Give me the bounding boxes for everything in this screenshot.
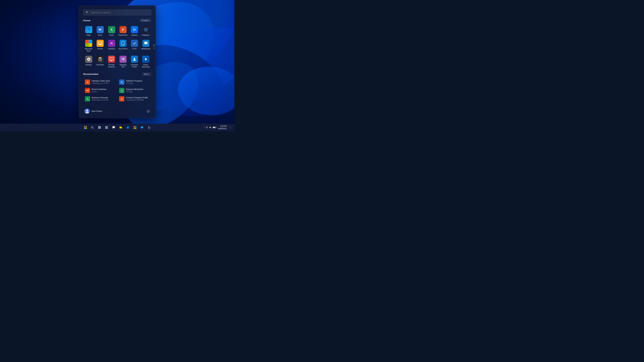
rec-brand-guidelines[interactable]: PDF Brand Guidelines 2h ago [83,86,117,94]
app-fabrikam[interactable]: Fabrikam [140,24,151,37]
more-chevron: › [149,73,150,75]
onenote-label: OneNote [108,48,115,50]
volume-icon [209,126,212,129]
rec-info-6: Contoso Company Profile Yesterday at 10:… [126,96,148,101]
svg-rect-28 [106,126,107,128]
app-yourphone[interactable]: Your Phone [118,38,128,53]
rec-time-4: 12h ago [126,91,143,92]
svg-rect-6 [99,58,101,58]
app-onenote[interactable]: N OneNote [106,38,117,53]
settings-label: Settings [86,64,92,66]
recommended-section-header: Recommended More › [83,72,151,76]
rec-fabrikam-proposal[interactable]: W Fabrikam Proposal 17m ago [118,78,151,86]
app-whiteboard[interactable]: Whiteboard [140,38,151,53]
calculator-label: Calculator [96,64,104,66]
rec-time-5: Yesterday at 4:24 PM [92,99,108,101]
taskbar: ^ [0,124,234,131]
rec-time-3: 2h ago [92,91,106,92]
taskbar-widgets[interactable] [103,124,110,131]
system-tray: ^ [204,126,216,129]
app-edge[interactable]: Edge [83,24,94,37]
whiteboard-label: Whiteboard [141,48,150,50]
outlook-label: Outlook [132,34,138,36]
taskbar-teams[interactable] [146,124,152,131]
rec-pdf-icon: PDF [85,88,90,93]
app-photos[interactable]: Photos [95,38,106,53]
taskbar-mail[interactable] [139,124,145,131]
rec-excel-icon-2: X [85,96,90,101]
svg-point-7 [99,59,100,59]
taskbar-fileexplorer[interactable] [118,124,124,131]
rec-name-2: Fabrikam Proposal [126,80,142,82]
rec-info-5: Business Overview Yesterday at 4:24 PM [92,96,108,101]
rec-excel-icon: X [119,88,124,93]
powerpoint-label: PowerPoint [118,34,127,36]
chevron-up-icon[interactable]: ^ [204,126,205,129]
pinned-section-header: Pinned All apps › [83,19,151,22]
more-label: More [144,73,148,75]
powerautomate-label: Power Automate [141,64,150,68]
recommended-grid: P Fabrikam Sales Deck Yesterday at 1:15 … [83,78,151,103]
start-menu-overlay: 🔍 Pinned All apps › [0,0,234,124]
powerautomate-icon [142,56,150,63]
dot-1 [154,45,154,45]
power-button[interactable] [146,108,151,114]
rec-name-3: Brand Guidelines [92,88,106,90]
svg-point-9 [100,59,101,59]
app-excel[interactable]: X Excel [106,24,117,37]
svg-rect-15 [110,61,113,61]
rec-fabrikam-sales[interactable]: P Fabrikam Sales Deck Yesterday at 1:15 … [83,78,117,86]
app-companyportal[interactable]: Company Portal [129,54,140,69]
notification-chevron[interactable]: ^ [2,126,4,129]
taskbar-left: ^ [2,126,4,129]
taskbar-right: ^ 2:30 PM 10/20/2021 [204,125,232,130]
all-apps-label: All apps [141,19,148,21]
more-button[interactable]: More › [142,72,151,76]
svg-rect-26 [98,128,100,129]
rec-expense-worksheet[interactable]: X Expense Worksheet 12h ago [118,86,151,94]
time-display: 2:30 PM [218,125,227,127]
app-powerautomate[interactable]: Power Automate [140,54,151,69]
taskbar-taskview[interactable] [96,124,103,131]
powerpoint-icon: P [120,26,126,33]
rec-name-6: Contoso Company Profile [126,96,148,99]
notification-button[interactable] [228,125,232,130]
rec-business-overview[interactable]: X Business Overview Yesterday at 4:24 PM [83,95,117,103]
msstore-label: Microsoft Store [84,48,94,52]
taskbar-search[interactable] [89,124,96,131]
fabrikam-icon [142,26,150,33]
svg-point-12 [100,60,101,60]
edge-icon [85,26,92,33]
app-snipping[interactable]: Snipping Tool [118,54,128,69]
app-todo[interactable]: To Do [129,38,140,53]
svg-point-11 [100,60,100,60]
app-powerpoint[interactable]: P PowerPoint [118,24,128,37]
taskbar-time[interactable]: 2:30 PM 10/20/2021 [218,125,227,130]
svg-rect-36 [135,128,136,129]
search-input[interactable] [90,11,149,14]
svg-rect-13 [110,57,114,60]
companyportal-label: Company Portal [130,64,139,68]
rec-info-1: Fabrikam Sales Deck Yesterday at 1:15 PM [92,80,110,84]
user-info[interactable]: Jack Purton [83,108,104,115]
app-msstore[interactable]: Microsoft Store [83,38,94,53]
rec-word-icon: W [119,79,124,85]
all-apps-button[interactable]: All apps › [140,19,151,22]
search-bar[interactable]: 🔍 [83,9,151,15]
rec-info-4: Expense Worksheet 12h ago [126,88,143,92]
settings-icon [85,56,92,63]
app-remotedesktop[interactable]: Remote Desktop [106,54,117,69]
svg-rect-20 [86,126,87,127]
rec-contoso-profile[interactable]: P Contoso Company Profile Yesterday at 1… [118,95,151,103]
app-calculator[interactable]: Calculator [95,54,106,69]
edge-label: Edge [86,34,91,36]
app-word[interactable]: W Word [95,24,106,37]
app-settings[interactable]: Settings [83,54,94,69]
taskbar-edge[interactable] [124,124,131,131]
app-outlook[interactable]: O Outlook [129,24,140,37]
start-button[interactable] [82,124,88,131]
pinned-title: Pinned [83,19,90,22]
svg-point-23 [92,126,93,128]
taskbar-chat[interactable] [110,124,117,131]
taskbar-store[interactable] [132,124,138,131]
